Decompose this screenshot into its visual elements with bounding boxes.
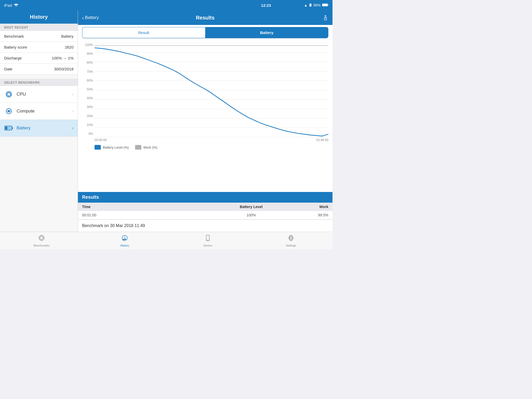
history-icon [121, 235, 128, 243]
left-panel-header: History [0, 10, 78, 24]
history-tab-label: History [120, 244, 129, 247]
col-header-work: Work [308, 205, 328, 209]
legend-battery: Battery Level (%) [95, 145, 129, 150]
results-section-header: Results [78, 192, 332, 203]
row-time: 00:01:00 [82, 213, 195, 217]
benchmark-section: SELECT BENCHMARK [0, 79, 78, 137]
battery-score-row: Battery score 2620 [0, 42, 78, 53]
bottom-tab-bar: Benchmarks History Device [0, 232, 332, 249]
tab-device[interactable]: Device [166, 232, 249, 249]
select-benchmark-header: SELECT BENCHMARK [0, 79, 78, 86]
left-panel-title: History [30, 14, 48, 20]
cpu-chevron-icon: › [72, 92, 74, 97]
device-icon [204, 235, 211, 243]
battery-score-label: Battery score [4, 45, 27, 49]
status-right: ▲ 99% [304, 3, 328, 8]
battery-bench-icon [4, 123, 14, 133]
battery-percent: 99% [313, 3, 321, 7]
settings-icon [288, 235, 294, 243]
legend-work-label: Work (%) [143, 145, 157, 149]
tab-result[interactable]: Result [82, 27, 205, 38]
battery-score-value: 2620 [65, 45, 74, 49]
device-label: iPad [4, 3, 12, 8]
status-left: iPad [4, 3, 18, 8]
status-time: 12:23 [261, 3, 271, 8]
chart-area: 100% 90% 80% 70% 60% 50% 40% 30% 20% 10%… [78, 41, 332, 192]
tab-settings[interactable]: Settings [249, 232, 332, 249]
status-bar: iPad 12:23 ▲ 99% [0, 0, 332, 10]
benchmark-value: Battery [61, 34, 74, 38]
date-label: Date [4, 67, 12, 71]
chart-container: 100% 90% 80% 70% 60% 50% 40% 30% 20% 10%… [82, 43, 328, 142]
discharge-value: 100% → 1% [52, 56, 74, 60]
benchmark-item-battery[interactable]: Battery › [0, 120, 78, 137]
tab-benchmarks[interactable]: Benchmarks [0, 232, 83, 249]
date-row: Date 30/03/2018 [0, 64, 78, 75]
cpu-label: CPU [17, 92, 72, 97]
most-recent-section-header: MOST RECENT [0, 24, 78, 31]
x-label-end: 02:46:40 [316, 138, 328, 142]
back-chevron-icon: ‹ [82, 15, 84, 21]
right-panel-title: Results [108, 15, 302, 21]
discharge-label: Discharge [4, 56, 22, 60]
svg-rect-5 [8, 93, 10, 96]
compute-chevron-icon: › [72, 109, 74, 114]
tab-wrapper: Result Battery [78, 25, 332, 41]
legend-work: Work (%) [135, 145, 157, 150]
tab-switcher: Result Battery [82, 27, 328, 38]
benchmarks-tab-label: Benchmarks [34, 244, 49, 247]
row-work: 99.5% [308, 213, 328, 217]
main-layout: History MOST RECENT Benchmark Battery Ba… [0, 10, 332, 232]
back-button[interactable]: ‹ Battery [82, 15, 108, 21]
tab-history[interactable]: History [83, 232, 166, 249]
y-axis: 100% 90% 80% 70% 60% 50% 40% 30% 20% 10%… [82, 43, 95, 142]
settings-tab-label: Settings [286, 244, 296, 247]
legend-battery-label: Battery Level (%) [103, 145, 129, 149]
results-title: Results [82, 195, 99, 200]
date-value: 30/03/2018 [54, 67, 74, 71]
benchmark-item-cpu[interactable]: CPU › [0, 86, 78, 103]
col-header-time: Time [82, 205, 195, 209]
device-tab-label: Device [203, 244, 212, 247]
battery-chevron-icon: › [72, 126, 74, 130]
svg-rect-22 [12, 127, 13, 129]
table-row: 00:01:00 100% 99.5% [78, 211, 332, 220]
chart-svg [95, 43, 328, 137]
x-labels: 00:00:00 02:46:40 [95, 137, 328, 142]
svg-point-19 [8, 110, 10, 112]
legend-work-color [135, 145, 141, 150]
col-header-battery: Battery Level [195, 205, 308, 209]
svg-rect-3 [328, 4, 328, 5]
benchmark-row: Benchmark Battery [0, 31, 78, 42]
compute-label: Compute [17, 109, 72, 114]
row-battery: 100% [195, 213, 308, 217]
chart-inner [95, 43, 328, 137]
subtitle-bar: Benchmark on 30 Mar 2018 11:49 [78, 220, 332, 232]
results-table-header: Time Battery Level Work [78, 203, 332, 211]
svg-rect-2 [322, 4, 327, 6]
chart-legend: Battery Level (%) Work (%) [82, 142, 328, 152]
share-button[interactable] [302, 15, 328, 21]
x-label-start: 00:00:00 [95, 138, 107, 142]
bluetooth-icon [309, 3, 312, 8]
cpu-icon [4, 90, 14, 99]
left-panel: History MOST RECENT Benchmark Battery Ba… [0, 10, 78, 232]
benchmarks-icon [38, 235, 45, 243]
location-icon: ▲ [304, 3, 308, 7]
benchmark-item-compute[interactable]: Compute › [0, 103, 78, 120]
battery-bench-label: Battery [17, 125, 72, 131]
legend-battery-color [95, 145, 101, 150]
svg-point-36 [290, 237, 292, 239]
svg-point-26 [40, 236, 43, 240]
discharge-row: Discharge 100% → 1% [0, 53, 78, 64]
svg-rect-23 [5, 127, 7, 130]
svg-point-0 [16, 6, 17, 7]
tab-battery[interactable]: Battery [205, 27, 329, 38]
back-label: Battery [85, 15, 99, 20]
svg-rect-33 [123, 239, 126, 240]
subtitle-text: Benchmark on 30 Mar 2018 11:49 [82, 223, 145, 228]
benchmark-label: Benchmark [4, 34, 24, 38]
wifi-icon [14, 3, 18, 8]
compute-icon [4, 107, 14, 116]
battery-icon [322, 3, 328, 7]
